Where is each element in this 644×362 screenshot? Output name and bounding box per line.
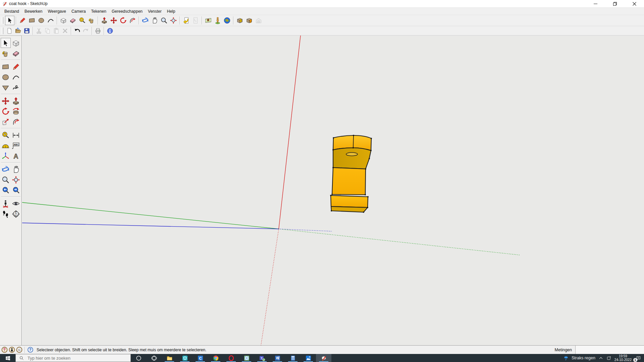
model-figure-button[interactable] — [213, 16, 222, 25]
make-component-button[interactable] — [59, 16, 68, 25]
zoom-button[interactable] — [159, 16, 169, 25]
menu-item-tekenen[interactable]: Tekenen — [89, 8, 109, 14]
3d-text-tool-button[interactable] — [11, 151, 21, 161]
menu-item-weergave[interactable]: Weergave — [45, 8, 68, 14]
save-button[interactable] — [22, 26, 31, 35]
taskbar-app-cortana[interactable] — [131, 354, 146, 362]
drawing-canvas[interactable] — [22, 36, 644, 345]
previous-button[interactable] — [181, 16, 191, 25]
eraser-button[interactable] — [68, 16, 77, 25]
dimension-tool-button[interactable] — [11, 130, 21, 140]
zoom-tool-button[interactable] — [1, 175, 11, 185]
paint-bucket-button[interactable] — [87, 16, 96, 25]
line-tool-button[interactable] — [11, 62, 21, 72]
menu-item-venster[interactable]: Venster — [145, 8, 164, 14]
open-button[interactable] — [14, 26, 22, 35]
print-button[interactable] — [94, 26, 102, 35]
section-plane-tool-button[interactable] — [11, 209, 21, 219]
add-location-button[interactable] — [204, 16, 213, 25]
share-model-button[interactable] — [245, 16, 254, 25]
position-camera-tool-button[interactable] — [1, 198, 11, 208]
look-around-tool-button[interactable] — [11, 198, 21, 208]
taskbar-search[interactable] — [15, 354, 131, 362]
new-button[interactable] — [5, 26, 14, 35]
taskbar-app-task-view[interactable] — [146, 354, 162, 362]
text-tool-button[interactable] — [11, 140, 21, 150]
arc-button[interactable] — [46, 16, 55, 25]
push-pull-tool-button[interactable] — [11, 96, 21, 106]
measurements-box[interactable] — [575, 346, 644, 354]
protractor-tool-button[interactable] — [1, 140, 11, 150]
tape-measure-tool-button[interactable] — [1, 130, 11, 140]
undo-button[interactable] — [73, 26, 82, 35]
tray-device-icon[interactable] — [606, 356, 611, 361]
pan-button[interactable] — [150, 16, 159, 25]
orbit-tool-button[interactable] — [1, 164, 11, 174]
notification-center-button[interactable]: 1 — [635, 354, 642, 362]
get-models-button[interactable] — [235, 16, 245, 25]
weather-text[interactable]: Straks regen — [572, 356, 595, 360]
taskbar-app-calculator[interactable] — [285, 354, 301, 362]
select-tool-button[interactable] — [1, 38, 11, 48]
taskbar-app-3d-viewer[interactable] — [177, 354, 193, 362]
zoom-extents-tool-button[interactable] — [11, 175, 21, 185]
taskbar-app-opera[interactable] — [223, 354, 239, 362]
offset-button[interactable] — [128, 16, 137, 25]
push-pull-button[interactable] — [100, 16, 109, 25]
google-earth-button[interactable] — [222, 16, 232, 25]
taskbar-app-chrome[interactable] — [208, 354, 223, 362]
restore-button[interactable] — [605, 0, 625, 7]
scale-tool-button[interactable] — [1, 117, 11, 127]
start-button[interactable] — [0, 354, 15, 362]
coat-hook-model[interactable] — [331, 135, 371, 212]
move-button[interactable] — [109, 16, 118, 25]
help-icon[interactable] — [27, 347, 34, 353]
taskbar-app-sims[interactable] — [239, 354, 254, 362]
pan-tool-button[interactable] — [11, 164, 21, 174]
circle-tool-button[interactable] — [1, 72, 11, 82]
menu-item-gereedschappen[interactable]: Gereedschappen — [109, 8, 145, 14]
taskbar-clock[interactable]: 19:59 24-10-2022 — [614, 354, 632, 362]
line-button[interactable] — [18, 16, 27, 25]
zoom-next-tool-button[interactable] — [11, 185, 21, 195]
move-tool-button[interactable] — [1, 96, 11, 106]
taskbar-app-sketchup[interactable] — [316, 354, 331, 362]
taskbar-app-file-explorer[interactable] — [162, 354, 177, 362]
rectangle-button[interactable] — [27, 16, 37, 25]
model-info-button[interactable] — [106, 26, 114, 35]
menu-item-camera[interactable]: Camera — [69, 8, 89, 14]
walk-tool-button[interactable] — [1, 209, 11, 219]
arc-tool-button[interactable] — [11, 72, 21, 82]
search-input[interactable] — [27, 355, 112, 361]
paint-bucket-tool-button[interactable] — [1, 48, 11, 58]
zoom-extents-button[interactable] — [169, 16, 178, 25]
toolbar-grip[interactable] — [2, 27, 3, 34]
select-button[interactable] — [5, 16, 14, 25]
menu-item-bestand[interactable]: Bestand — [2, 8, 22, 14]
rotate-button[interactable] — [118, 16, 128, 25]
offset-tool-button[interactable] — [11, 117, 21, 127]
taskbar-app-teams[interactable] — [254, 354, 270, 362]
zoom-previous-tool-button[interactable] — [1, 185, 11, 195]
menu-item-bewerken[interactable]: Bewerken — [22, 8, 45, 14]
weather-umbrella-icon[interactable] — [564, 356, 569, 361]
minimize-button[interactable] — [586, 0, 605, 7]
eraser-tool-button[interactable] — [11, 48, 21, 58]
rectangle-tool-button[interactable] — [1, 62, 11, 72]
axes-tool-button[interactable] — [1, 151, 11, 161]
signin-status-icon[interactable] — [16, 347, 22, 353]
tray-chevron-up-icon[interactable] — [598, 356, 603, 361]
credits-status-icon[interactable] — [9, 347, 15, 353]
close-button[interactable] — [625, 0, 644, 7]
taskbar-app-word[interactable] — [270, 354, 285, 362]
geolocation-status-icon[interactable] — [1, 347, 8, 353]
circle-button[interactable] — [37, 16, 46, 25]
orbit-button[interactable] — [141, 16, 150, 25]
toolbar-grip[interactable] — [2, 17, 3, 24]
freehand-tool-button[interactable] — [11, 82, 21, 93]
rotate-tool-button[interactable] — [1, 106, 11, 116]
follow-me-tool-button[interactable] — [11, 106, 21, 116]
taskbar-app-photos[interactable] — [301, 354, 316, 362]
tape-measure-button[interactable] — [77, 16, 87, 25]
make-component-tool-button[interactable] — [11, 38, 21, 48]
